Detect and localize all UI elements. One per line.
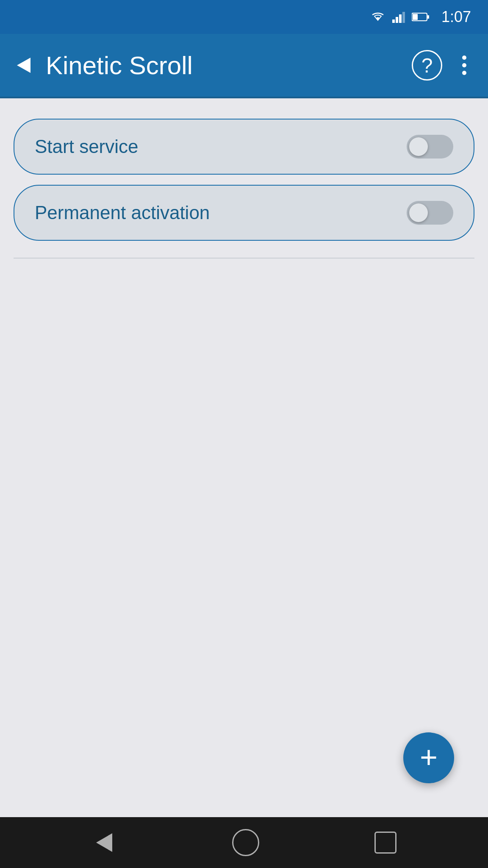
back-button[interactable] <box>10 52 37 79</box>
section-divider <box>14 258 474 259</box>
nav-back-button[interactable] <box>92 830 117 855</box>
status-time: 1:07 <box>441 8 471 26</box>
start-service-toggle[interactable] <box>407 135 453 159</box>
nav-back-icon <box>96 833 112 852</box>
svg-rect-3 <box>402 12 405 23</box>
status-icons: 1:07 <box>370 8 471 26</box>
main-content: Start service Permanent activation <box>0 98 488 817</box>
app-bar: Kinetic Scroll ? <box>0 34 488 97</box>
add-icon: + <box>420 742 438 772</box>
permanent-activation-toggle-thumb <box>409 203 428 222</box>
permanent-activation-toggle-row[interactable]: Permanent activation <box>14 185 474 241</box>
signal-icon <box>392 11 405 23</box>
svg-rect-5 <box>427 15 429 19</box>
start-service-label: Start service <box>35 136 139 157</box>
status-bar: 1:07 <box>0 0 488 34</box>
wifi-icon <box>370 11 385 23</box>
more-button[interactable] <box>451 52 478 79</box>
svg-rect-0 <box>392 19 395 23</box>
battery-icon <box>412 12 430 22</box>
back-arrow-icon <box>17 58 30 73</box>
start-service-toggle-row[interactable]: Start service <box>14 119 474 175</box>
help-icon: ? <box>421 54 433 77</box>
bottom-nav-bar <box>0 817 488 868</box>
svg-rect-6 <box>413 14 418 20</box>
help-button[interactable]: ? <box>412 50 442 81</box>
nav-home-button[interactable] <box>232 829 259 856</box>
add-fab-button[interactable]: + <box>403 732 454 783</box>
battery-shape <box>412 12 430 22</box>
app-title: Kinetic Scroll <box>46 51 403 80</box>
svg-rect-2 <box>399 14 402 23</box>
svg-rect-1 <box>396 17 398 23</box>
nav-recents-button[interactable] <box>374 832 396 854</box>
start-service-toggle-thumb <box>409 137 428 156</box>
more-dots-icon <box>462 56 466 75</box>
permanent-activation-label: Permanent activation <box>35 202 210 223</box>
permanent-activation-toggle[interactable] <box>407 201 453 225</box>
